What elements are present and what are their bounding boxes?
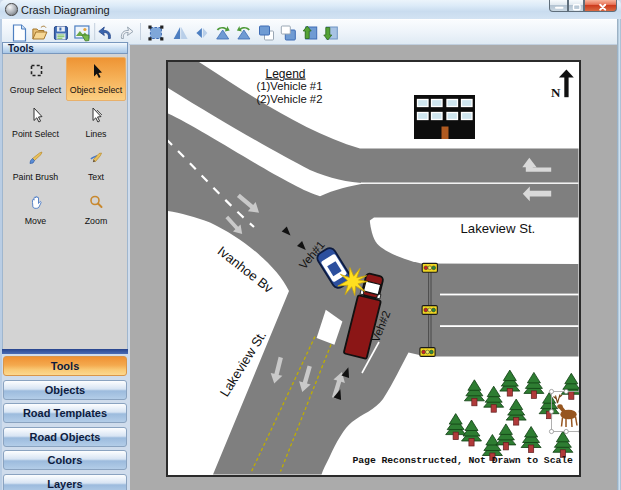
svg-text:Legend: Legend — [265, 67, 305, 81]
svg-text:Page Reconstructed, Not Drawn: Page Reconstructed, Not Drawn to Scale — [353, 455, 574, 466]
svg-text:Lakeview St.: Lakeview St. — [461, 221, 536, 236]
svg-text:N: N — [551, 85, 561, 100]
svg-text:(2)Vehicle #2: (2)Vehicle #2 — [257, 93, 323, 105]
svg-text:(1)Vehicle #1: (1)Vehicle #1 — [257, 80, 323, 92]
